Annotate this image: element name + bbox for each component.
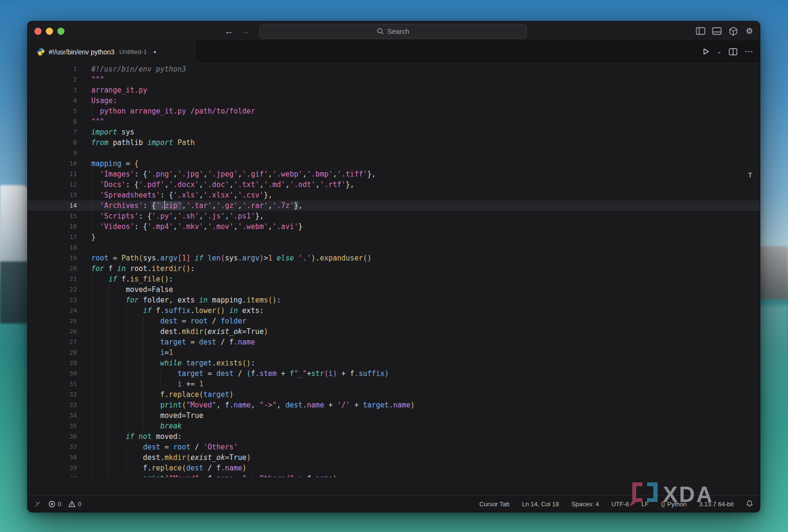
collapse-panel-icon[interactable] — [34, 501, 41, 507]
tab-untitled-1[interactable]: #!/usr/bin/env python3 Untitled-1 ● — [28, 41, 196, 63]
indent-guide — [91, 358, 92, 368]
indent-guide — [108, 463, 109, 473]
python-version-indicator[interactable]: 3.13.7 64-bit — [699, 501, 734, 508]
code-line: 40 print("Moved", f.name, "-> Others/" +… — [28, 473, 760, 477]
code-line: 18 — [28, 242, 760, 253]
code-token: '.doc' — [203, 180, 229, 189]
code-token: '.rtf' — [320, 180, 346, 189]
code-token: replace — [151, 464, 181, 472]
code-token: for — [91, 264, 104, 273]
code-token: ) — [384, 369, 389, 378]
code-token: ] — [186, 254, 191, 262]
code-token: ) — [259, 254, 264, 262]
code-token: , — [203, 222, 208, 231]
split-editor-icon[interactable] — [729, 48, 737, 55]
code-token: , — [234, 191, 238, 199]
code-line: 14 'Archives': {'.zip','.tar','.gz','.ra… — [28, 200, 760, 211]
run-options-chevron-icon[interactable]: ⌄ — [717, 48, 722, 55]
code-token: import — [91, 128, 117, 136]
line-number: 5 — [28, 106, 77, 116]
indent-guide — [108, 368, 109, 379]
code-token: f. — [117, 275, 130, 283]
python-icon — [37, 48, 45, 56]
minimize-button[interactable] — [46, 28, 53, 35]
code-token: """ — [91, 75, 104, 84]
code-token: dest — [199, 338, 216, 346]
line-number: 9 — [28, 148, 77, 158]
code-token: = — [203, 369, 216, 378]
code-token: . — [191, 306, 195, 315]
code-line: 31 i += 1 — [28, 379, 760, 389]
titlebar: ← → Search ⚙ — [28, 21, 760, 41]
code-text: python arrange_it.py /path/to/folder — [91, 106, 760, 116]
code-token — [91, 380, 178, 388]
code-token: = — [178, 317, 191, 325]
encoding-indicator[interactable]: UTF-8 — [611, 501, 629, 508]
code-token: = — [108, 254, 121, 262]
code-token — [272, 254, 277, 262]
extensions-cube-icon[interactable] — [728, 26, 738, 36]
cursor-tab-indicator[interactable]: Cursor Tab — [479, 501, 510, 508]
code-token — [294, 254, 298, 262]
eol-indicator[interactable]: LF — [641, 501, 649, 508]
indent-guide — [126, 347, 126, 358]
code-token: , — [303, 170, 307, 178]
zoom-button[interactable] — [57, 28, 64, 35]
indent-guide — [126, 326, 126, 337]
code-token: [ — [178, 254, 182, 262]
code-text: target = dest / (f.stem + f"_"+str(i) + … — [91, 368, 760, 379]
close-button[interactable] — [34, 28, 42, 35]
code-token: ( — [186, 453, 191, 462]
code-line: 9 — [28, 148, 760, 158]
toggle-left-dock-icon[interactable] — [696, 26, 705, 36]
code-editor[interactable]: 1#!/usr/bin/env python32"""3arrange_it.p… — [28, 63, 760, 495]
error-count[interactable]: 0 — [48, 501, 61, 508]
back-icon[interactable]: ← — [224, 27, 234, 36]
code-token: () — [242, 359, 251, 367]
error-icon — [48, 501, 55, 508]
search-input[interactable]: Search — [259, 24, 527, 39]
code-token: replace — [169, 390, 199, 399]
warning-icon — [68, 501, 75, 507]
code-token: .name — [221, 464, 242, 472]
code-text: dest.mkdir(exist_ok=True) — [91, 452, 760, 463]
forward-icon[interactable]: → — [241, 27, 250, 36]
more-actions-icon[interactable]: ⋯ — [745, 46, 754, 57]
code-token: ) — [246, 453, 251, 462]
code-token: dest — [143, 443, 160, 451]
indent-guide — [143, 358, 143, 368]
code-token: { — [134, 159, 138, 168]
code-token: , — [229, 180, 234, 189]
indent-guide — [108, 326, 109, 337]
code-line: 20for f in root.iterdir(): — [28, 263, 760, 274]
code-line: 21 if f.is_file(): — [28, 274, 760, 284]
code-line: 10mapping = { — [28, 158, 760, 169]
code-token: += — [182, 380, 199, 388]
settings-gear-icon[interactable]: ⚙ — [745, 26, 754, 36]
line-number: 11 — [28, 169, 77, 179]
notifications-bell-icon[interactable] — [746, 500, 753, 508]
line-number: 25 — [28, 316, 77, 326]
code-token: , — [316, 180, 320, 189]
line-col-indicator[interactable]: Ln 14, Col 18 — [522, 501, 559, 508]
language-indicator[interactable]: {}Python — [661, 501, 687, 508]
code-token: '.tar' — [186, 201, 212, 210]
code-token: . — [212, 359, 216, 367]
code-text: } — [91, 232, 760, 242]
line-number: 1 — [28, 64, 77, 74]
indent-guide — [108, 358, 109, 368]
line-number: 20 — [28, 263, 77, 274]
code-token — [91, 180, 100, 189]
search-placeholder: Search — [387, 28, 409, 35]
code-token: folder, exts — [138, 296, 199, 304]
indent-guide — [126, 421, 126, 431]
toggle-bottom-dock-icon[interactable] — [712, 26, 722, 36]
code-token: = — [121, 159, 134, 168]
spaces-indicator[interactable]: Spaces: 4 — [571, 501, 599, 508]
code-line: 35 break — [28, 421, 760, 431]
code-text: 'Archives': {'.zip','.tar','.gz','.rar',… — [91, 200, 760, 211]
code-token: , — [259, 180, 264, 189]
code-token: '.mkv' — [178, 222, 203, 231]
warning-count[interactable]: 0 — [68, 501, 81, 508]
run-button[interactable] — [703, 48, 710, 55]
